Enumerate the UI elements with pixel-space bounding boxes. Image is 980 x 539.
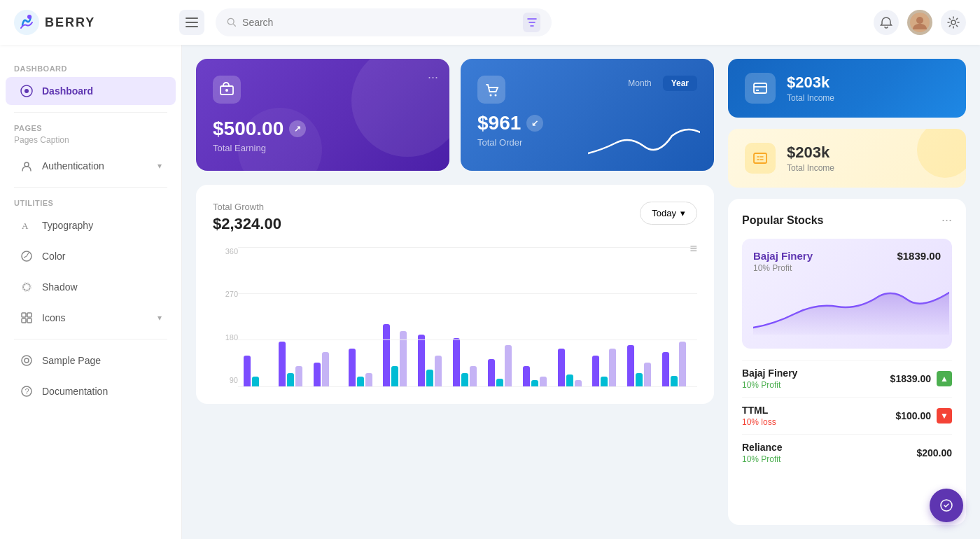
income-yellow-amount: $203k [787, 144, 834, 162]
bar-cyan [601, 377, 608, 387]
total-order-card: Month Year $961 ↙ Total Order [461, 59, 714, 171]
featured-stock-top: Bajaj Finery 10% Profit $1839.00 [753, 250, 941, 273]
content-right: $203k Total Income $203k Total Income Po… [728, 59, 966, 525]
app-name: BERRY [45, 15, 95, 30]
stocks-header: Popular Stocks ··· [742, 213, 952, 227]
bar-cyan [461, 373, 468, 387]
bar-group-7 [453, 338, 482, 387]
svg-rect-3 [186, 22, 198, 23]
bar-purple [314, 363, 321, 387]
svg-point-26 [490, 94, 492, 97]
bar-group-4 [349, 349, 378, 387]
svg-rect-29 [756, 90, 759, 91]
svg-point-20 [22, 356, 31, 365]
popular-stocks-card: Popular Stocks ··· Bajaj Finery 10% Prof… [728, 199, 966, 525]
svg-rect-18 [22, 318, 26, 323]
search-bar[interactable] [216, 8, 552, 36]
featured-stock-name: Bajaj Finery [753, 250, 813, 262]
stock-trend-down-2: ▼ [937, 408, 952, 424]
income-yellow-label: Total Income [787, 163, 834, 173]
svg-point-27 [495, 94, 497, 97]
sample-page-label: Sample Page [42, 355, 101, 366]
svg-rect-17 [27, 313, 31, 317]
bar-cyan [252, 377, 259, 387]
sidebar-item-authentication[interactable]: Authentication ▾ [6, 152, 176, 180]
sidebar: Dashboard Dashboard Pages Pages Caption … [0, 45, 182, 539]
svg-rect-4 [186, 26, 198, 27]
topbar-right [874, 10, 966, 35]
bar-cyan [636, 373, 643, 387]
logo-icon [14, 10, 39, 35]
typography-label: Typography [42, 220, 93, 231]
bar-group-3 [314, 352, 343, 387]
shadow-icon [20, 280, 34, 294]
svg-rect-2 [186, 18, 198, 19]
stock-list-item-2: TTML 10% loss $100.00 ▼ [742, 397, 952, 434]
stock-name-1: Bajaj Finery [742, 368, 797, 379]
sidebar-item-typography[interactable]: A Typography [6, 211, 176, 239]
fab-button[interactable] [930, 489, 963, 522]
year-tab[interactable]: Year [663, 76, 697, 91]
order-trend-icon: ↙ [526, 115, 543, 132]
color-icon [20, 249, 34, 263]
y-label-360: 360 [213, 247, 238, 255]
month-tab[interactable]: Month [620, 76, 659, 91]
bar-light-purple [679, 342, 686, 387]
top-cards-row: ··· $500.00 ↗ Total Earning [196, 59, 714, 171]
main-content: ··· $500.00 ↗ Total Earning [182, 45, 980, 539]
sidebar-item-color[interactable]: Color [6, 242, 176, 270]
search-input[interactable] [242, 17, 517, 28]
dashboard-icon [20, 84, 34, 98]
bar-group-10 [558, 349, 587, 387]
filter-button[interactable] [523, 13, 540, 32]
income-blue-label: Total Income [787, 93, 834, 103]
stock-item-left-3: Reliance 10% Profit [742, 442, 783, 464]
y-label-180: 180 [213, 333, 238, 342]
sidebar-item-icons[interactable]: Icons ▾ [6, 304, 176, 332]
bar-light-purple [322, 352, 329, 387]
featured-stock-amount: $1839.00 [897, 250, 941, 262]
bar-cyan [426, 370, 433, 387]
user-avatar[interactable] [907, 10, 932, 35]
bar-light-purple [644, 363, 651, 387]
dashboard-label: Dashboard [42, 85, 93, 97]
bar-purple [662, 352, 669, 387]
sidebar-item-sample-page[interactable]: Sample Page [6, 346, 176, 374]
bar-light-purple [540, 377, 547, 387]
authentication-icon [20, 159, 34, 173]
income-card-yellow: $203k Total Income [728, 129, 966, 188]
bar-purple [349, 349, 356, 387]
stock-list-item-3: Reliance 10% Profit $200.00 [742, 434, 952, 471]
svg-rect-16 [22, 313, 26, 317]
earning-card-icon [213, 76, 241, 104]
income-yellow-info: $203k Total Income [787, 144, 834, 173]
documentation-icon: ? [20, 384, 34, 398]
stock-item-left-1: Bajaj Finery 10% Profit [742, 368, 797, 390]
featured-stock-chart [753, 279, 949, 335]
income-blue-amount: $203k [787, 74, 834, 92]
bar-cyan [391, 366, 398, 387]
svg-point-10 [24, 89, 29, 93]
svg-point-11 [24, 162, 29, 167]
menu-button[interactable] [179, 10, 204, 35]
sidebar-item-dashboard[interactable]: Dashboard [6, 77, 176, 105]
bar-purple [418, 335, 425, 387]
svg-point-25 [225, 89, 228, 92]
icons-label: Icons [42, 312, 65, 323]
bar-group-2 [279, 342, 308, 387]
sidebar-item-shadow[interactable]: Shadow [6, 273, 176, 301]
bar-group-5 [383, 324, 412, 387]
bar-purple [383, 324, 390, 387]
settings-button[interactable] [941, 10, 966, 35]
authentication-label: Authentication [42, 160, 104, 172]
sample-page-icon [20, 354, 34, 368]
y-label-270: 270 [213, 290, 238, 298]
sidebar-item-documentation[interactable]: ? Documentation [6, 377, 176, 405]
bell-button[interactable] [874, 10, 899, 35]
today-button[interactable]: Today ▾ [640, 202, 697, 225]
earning-card-menu[interactable]: ··· [428, 70, 438, 85]
svg-text:A: A [22, 220, 29, 231]
stocks-menu-icon[interactable]: ··· [941, 213, 952, 227]
color-label: Color [42, 251, 65, 262]
svg-rect-30 [754, 153, 766, 163]
